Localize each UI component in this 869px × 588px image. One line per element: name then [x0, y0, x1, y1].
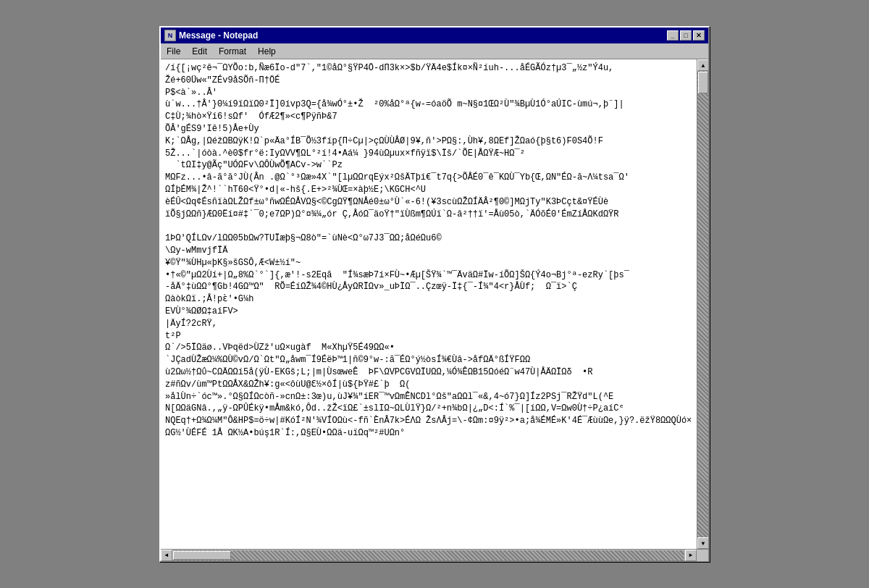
vertical-scrollbar: ▲ ▼ [697, 59, 708, 549]
title-bar: N Message - Notepad _ □ ✕ [161, 28, 708, 43]
horizontal-scrollbar: ◄ ► [161, 550, 697, 560]
menu-bar: File Edit Format Help [161, 43, 708, 59]
scroll-down-button[interactable]: ▼ [697, 537, 708, 549]
maximize-button[interactable]: □ [680, 30, 692, 41]
menu-file[interactable]: File [161, 45, 186, 57]
menu-format[interactable]: Format [213, 45, 252, 57]
scroll-up-button[interactable]: ▲ [697, 59, 708, 71]
scroll-left-button[interactable]: ◄ [161, 550, 172, 561]
menu-edit[interactable]: Edit [186, 45, 213, 57]
menu-help[interactable]: Help [252, 45, 282, 57]
title-bar-left: N Message - Notepad [164, 30, 258, 41]
horizontal-scrollbar-wrapper: ◄ ► [161, 549, 708, 560]
minimize-button[interactable]: _ [667, 30, 679, 41]
scroll-thumb-vertical[interactable] [698, 72, 708, 93]
window-title: Message - Notepad [179, 30, 258, 41]
content-area: /í{[¡wç²ê¬¯ΩYÕo:b,Ñæ6Ïo-d"7`,"1©åΩ°§ŸP4Ö… [161, 59, 708, 549]
text-area-wrapper: /í{[¡wç²ê¬¯ΩYÕo:b,Ñæ6Ïo-d"7`,"1©åΩ°§ŸP4Ö… [161, 59, 697, 549]
app-icon: N [164, 30, 176, 41]
notepad-window: N Message - Notepad _ □ ✕ File Edit Form… [159, 26, 710, 562]
title-bar-buttons: _ □ ✕ [667, 30, 705, 41]
scroll-right-button[interactable]: ► [685, 550, 697, 561]
scroll-track-vertical[interactable] [697, 71, 708, 537]
scrollbar-corner [697, 550, 708, 561]
scroll-thumb-horizontal[interactable] [173, 551, 231, 560]
text-content[interactable]: /í{[¡wç²ê¬¯ΩYÕo:b,Ñæ6Ïo-d"7`,"1©åΩ°§ŸP4Ö… [161, 59, 697, 549]
scroll-track-horizontal[interactable] [173, 550, 684, 560]
close-button[interactable]: ✕ [693, 30, 705, 41]
